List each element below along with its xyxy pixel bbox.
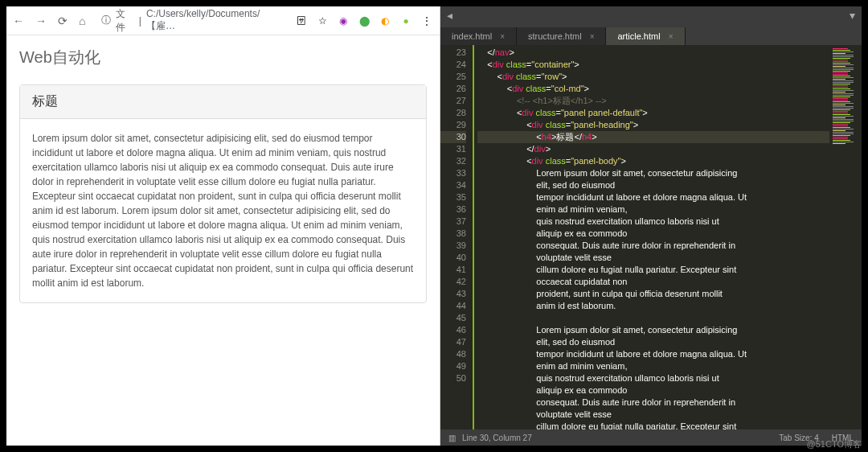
url-text: C:/Users/kelly/Documents/【雇… — [146, 8, 279, 33]
browser-pane: ← → ⟳ ⌂ ⓘ 文件 | C:/Users/kelly/Documents/… — [6, 6, 440, 446]
info-icon[interactable]: ⓘ — [101, 14, 111, 27]
menu-icon[interactable]: ⋮ — [420, 14, 433, 27]
tab-index-html[interactable]: index.html× — [440, 27, 517, 45]
tab-close-icon[interactable]: × — [500, 32, 505, 41]
reload-icon[interactable]: ⟳ — [58, 14, 68, 27]
nav-icons: ← → ⟳ ⌂ — [13, 14, 85, 27]
screen: ← → ⟳ ⌂ ⓘ 文件 | C:/Users/kelly/Documents/… — [6, 6, 862, 446]
forward-icon[interactable]: → — [35, 14, 47, 27]
back-icon[interactable]: ← — [13, 14, 24, 27]
dropdown-right-icon[interactable]: ▾ — [850, 9, 855, 22]
minimap[interactable] — [829, 45, 862, 429]
extension-icons: 🈂 ☆ ◉ ⬤ ◐ ● ⋮ — [295, 14, 433, 27]
ext3-icon[interactable]: ◐ — [379, 14, 391, 27]
tab-article-html[interactable]: article.html× — [606, 27, 685, 45]
status-bar: ▥ Line 30, Column 27 Tab Size: 4 HTML — [440, 429, 862, 446]
browser-toolbar: ← → ⟳ ⌂ ⓘ 文件 | C:/Users/kelly/Documents/… — [6, 6, 440, 35]
line-gutter: 2324252627282930313233343536373839404142… — [440, 45, 473, 429]
dropdown-left-icon[interactable]: ◂ — [447, 9, 452, 22]
editor-tabs: index.html×structure.html×article.html× — [440, 24, 862, 45]
url-prefix: 文件 — [116, 7, 133, 35]
status-position[interactable]: Line 30, Column 27 — [462, 434, 532, 442]
watermark: @51CTO博客 — [807, 438, 862, 450]
panel-body: Lorem ipsum dolor sit amet, consectetur … — [20, 119, 426, 302]
editor-pane: ◂ ▾ index.html×structure.html×article.ht… — [440, 6, 862, 446]
ext1-icon[interactable]: ◉ — [337, 14, 350, 27]
translate-icon[interactable]: 🈂 — [295, 14, 308, 27]
tab-close-icon[interactable]: × — [590, 32, 595, 41]
editor-titlebar: ◂ ▾ — [440, 6, 862, 24]
tab-structure-html[interactable]: structure.html× — [517, 27, 606, 45]
ext4-icon[interactable]: ● — [399, 14, 412, 27]
panel: 标题 Lorem ipsum dolor sit amet, consectet… — [19, 84, 427, 303]
page-content: Web自动化 标题 Lorem ipsum dolor sit amet, co… — [6, 35, 440, 446]
panes-icon[interactable]: ▥ — [448, 434, 456, 442]
code-content[interactable]: </nav> <div class="container"> <div clas… — [473, 45, 862, 429]
panel-heading: 标题 — [20, 85, 426, 119]
page-title: Web自动化 — [19, 47, 427, 68]
code-area[interactable]: 2324252627282930313233343536373839404142… — [440, 45, 862, 429]
star-icon[interactable]: ☆ — [316, 14, 329, 27]
address-bar[interactable]: ⓘ 文件 | C:/Users/kelly/Documents/【雇… — [95, 4, 285, 38]
home-icon[interactable]: ⌂ — [79, 14, 85, 27]
ext2-icon[interactable]: ⬤ — [358, 14, 371, 27]
tab-close-icon[interactable]: × — [669, 32, 674, 41]
